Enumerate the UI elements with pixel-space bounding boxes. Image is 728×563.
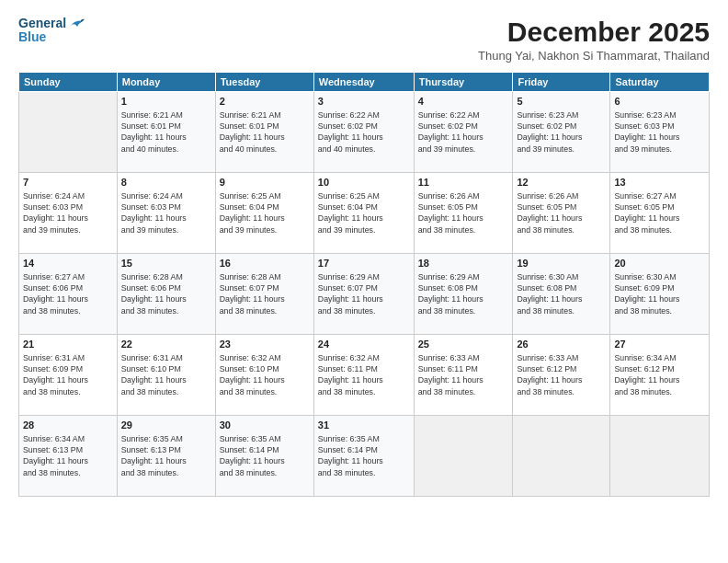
- table-row: 16Sunrise: 6:28 AMSunset: 6:07 PMDayligh…: [215, 254, 313, 335]
- day-info: Sunrise: 6:30 AMSunset: 6:08 PMDaylight:…: [517, 271, 606, 316]
- day-number: 20: [614, 257, 705, 270]
- day-number: 26: [517, 338, 606, 351]
- table-row: 29Sunrise: 6:35 AMSunset: 6:13 PMDayligh…: [117, 416, 215, 497]
- day-info: Sunrise: 6:22 AMSunset: 6:02 PMDaylight:…: [418, 109, 509, 155]
- day-number: 8: [121, 176, 211, 190]
- day-info: Sunrise: 6:30 AMSunset: 6:09 PMDaylight:…: [614, 271, 705, 316]
- day-number: 2: [220, 95, 310, 109]
- calendar-header: Sunday Monday Tuesday Wednesday Thursday…: [19, 73, 710, 92]
- logo-bird-icon: [68, 17, 85, 30]
- day-info: Sunrise: 6:23 AMSunset: 6:02 PMDaylight:…: [517, 109, 606, 155]
- calendar-table: Sunday Monday Tuesday Wednesday Thursday…: [18, 72, 710, 497]
- col-friday: Friday: [513, 73, 610, 92]
- day-number: 23: [220, 338, 310, 351]
- table-row: 22Sunrise: 6:31 AMSunset: 6:10 PMDayligh…: [117, 335, 215, 416]
- day-info: Sunrise: 6:28 AMSunset: 6:06 PMDaylight:…: [121, 271, 211, 316]
- day-info: Sunrise: 6:21 AMSunset: 6:01 PMDaylight:…: [121, 109, 211, 155]
- day-info: Sunrise: 6:31 AMSunset: 6:10 PMDaylight:…: [121, 352, 211, 397]
- day-number: 16: [220, 257, 310, 270]
- table-row: 8Sunrise: 6:24 AMSunset: 6:03 PMDaylight…: [117, 173, 215, 254]
- day-info: Sunrise: 6:28 AMSunset: 6:07 PMDaylight:…: [220, 271, 310, 316]
- day-info: Sunrise: 6:32 AMSunset: 6:11 PMDaylight:…: [318, 352, 410, 397]
- page: General Blue December 2025 Thung Yai, Na…: [0, 0, 728, 563]
- table-row: 12Sunrise: 6:26 AMSunset: 6:05 PMDayligh…: [513, 173, 610, 254]
- table-row: 3Sunrise: 6:22 AMSunset: 6:02 PMDaylight…: [313, 92, 414, 173]
- table-row: 6Sunrise: 6:23 AMSunset: 6:03 PMDaylight…: [610, 92, 710, 173]
- table-row: 21Sunrise: 6:31 AMSunset: 6:09 PMDayligh…: [19, 335, 118, 416]
- day-info: Sunrise: 6:25 AMSunset: 6:04 PMDaylight:…: [220, 190, 310, 236]
- day-info: Sunrise: 6:33 AMSunset: 6:11 PMDaylight:…: [418, 352, 509, 397]
- table-row: 4Sunrise: 6:22 AMSunset: 6:02 PMDaylight…: [414, 92, 513, 173]
- location-subtitle: Thung Yai, Nakhon Si Thammarat, Thailand: [478, 49, 710, 63]
- day-number: 13: [614, 176, 705, 190]
- table-row: 2Sunrise: 6:21 AMSunset: 6:01 PMDaylight…: [215, 92, 313, 173]
- table-row: [19, 92, 118, 173]
- day-number: 25: [418, 338, 509, 351]
- day-info: Sunrise: 6:34 AMSunset: 6:13 PMDaylight:…: [23, 433, 113, 478]
- day-number: 19: [517, 257, 606, 270]
- col-wednesday: Wednesday: [313, 73, 414, 92]
- table-row: 14Sunrise: 6:27 AMSunset: 6:06 PMDayligh…: [19, 254, 118, 335]
- table-row: 27Sunrise: 6:34 AMSunset: 6:12 PMDayligh…: [610, 335, 710, 416]
- table-row: 9Sunrise: 6:25 AMSunset: 6:04 PMDaylight…: [215, 173, 313, 254]
- table-row: [513, 416, 610, 497]
- day-info: Sunrise: 6:35 AMSunset: 6:14 PMDaylight:…: [318, 433, 410, 478]
- day-number: 3: [318, 95, 410, 109]
- day-number: 9: [220, 176, 310, 190]
- header-row: Sunday Monday Tuesday Wednesday Thursday…: [19, 73, 710, 92]
- table-row: 18Sunrise: 6:29 AMSunset: 6:08 PMDayligh…: [414, 254, 513, 335]
- table-row: 5Sunrise: 6:23 AMSunset: 6:02 PMDaylight…: [513, 92, 610, 173]
- day-info: Sunrise: 6:21 AMSunset: 6:01 PMDaylight:…: [220, 109, 310, 155]
- day-number: 15: [121, 257, 211, 270]
- day-info: Sunrise: 6:24 AMSunset: 6:03 PMDaylight:…: [121, 190, 211, 236]
- day-number: 17: [318, 257, 410, 270]
- day-info: Sunrise: 6:27 AMSunset: 6:05 PMDaylight:…: [614, 190, 705, 236]
- table-row: 15Sunrise: 6:28 AMSunset: 6:06 PMDayligh…: [117, 254, 215, 335]
- day-number: 14: [23, 257, 113, 270]
- col-sunday: Sunday: [19, 73, 118, 92]
- day-info: Sunrise: 6:23 AMSunset: 6:03 PMDaylight:…: [614, 109, 705, 155]
- col-saturday: Saturday: [610, 73, 710, 92]
- day-number: 28: [23, 419, 113, 432]
- month-title: December 2025: [478, 17, 710, 47]
- day-number: 24: [318, 338, 410, 351]
- day-info: Sunrise: 6:24 AMSunset: 6:03 PMDaylight:…: [23, 190, 113, 236]
- day-number: 18: [418, 257, 509, 270]
- day-info: Sunrise: 6:26 AMSunset: 6:05 PMDaylight:…: [517, 190, 606, 236]
- calendar-week-row: 7Sunrise: 6:24 AMSunset: 6:03 PMDaylight…: [19, 173, 710, 254]
- calendar-body: 1Sunrise: 6:21 AMSunset: 6:01 PMDaylight…: [19, 92, 710, 497]
- day-number: 10: [318, 176, 410, 190]
- table-row: 10Sunrise: 6:25 AMSunset: 6:04 PMDayligh…: [313, 173, 414, 254]
- day-number: 5: [517, 95, 606, 109]
- day-info: Sunrise: 6:35 AMSunset: 6:13 PMDaylight:…: [121, 433, 211, 478]
- day-number: 1: [121, 95, 211, 109]
- day-info: Sunrise: 6:31 AMSunset: 6:09 PMDaylight:…: [23, 352, 113, 397]
- logo: General Blue: [18, 17, 85, 45]
- table-row: 1Sunrise: 6:21 AMSunset: 6:01 PMDaylight…: [117, 92, 215, 173]
- calendar-week-row: 1Sunrise: 6:21 AMSunset: 6:01 PMDaylight…: [19, 92, 710, 173]
- day-number: 27: [614, 338, 705, 351]
- day-info: Sunrise: 6:25 AMSunset: 6:04 PMDaylight:…: [318, 190, 410, 236]
- table-row: 20Sunrise: 6:30 AMSunset: 6:09 PMDayligh…: [610, 254, 710, 335]
- table-row: [414, 416, 513, 497]
- table-row: 7Sunrise: 6:24 AMSunset: 6:03 PMDaylight…: [19, 173, 118, 254]
- day-number: 21: [23, 338, 113, 351]
- day-info: Sunrise: 6:29 AMSunset: 6:07 PMDaylight:…: [318, 271, 410, 316]
- table-row: 13Sunrise: 6:27 AMSunset: 6:05 PMDayligh…: [610, 173, 710, 254]
- table-row: 24Sunrise: 6:32 AMSunset: 6:11 PMDayligh…: [313, 335, 414, 416]
- day-info: Sunrise: 6:29 AMSunset: 6:08 PMDaylight:…: [418, 271, 509, 316]
- table-row: 30Sunrise: 6:35 AMSunset: 6:14 PMDayligh…: [215, 416, 313, 497]
- title-block: December 2025 Thung Yai, Nakhon Si Thamm…: [478, 17, 710, 63]
- table-row: 25Sunrise: 6:33 AMSunset: 6:11 PMDayligh…: [414, 335, 513, 416]
- day-info: Sunrise: 6:27 AMSunset: 6:06 PMDaylight:…: [23, 271, 113, 316]
- day-info: Sunrise: 6:26 AMSunset: 6:05 PMDaylight:…: [418, 190, 509, 236]
- table-row: 19Sunrise: 6:30 AMSunset: 6:08 PMDayligh…: [513, 254, 610, 335]
- header: General Blue December 2025 Thung Yai, Na…: [18, 17, 710, 63]
- table-row: 11Sunrise: 6:26 AMSunset: 6:05 PMDayligh…: [414, 173, 513, 254]
- day-number: 30: [220, 419, 310, 432]
- table-row: 28Sunrise: 6:34 AMSunset: 6:13 PMDayligh…: [19, 416, 118, 497]
- day-number: 6: [614, 95, 705, 109]
- table-row: 31Sunrise: 6:35 AMSunset: 6:14 PMDayligh…: [313, 416, 414, 497]
- day-number: 12: [517, 176, 606, 190]
- col-tuesday: Tuesday: [215, 73, 313, 92]
